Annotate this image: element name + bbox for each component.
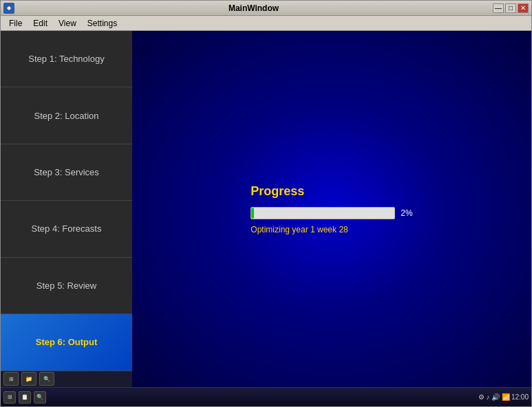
step6-label: Step 6: Output bbox=[36, 337, 98, 347]
sidebar-item-step4[interactable]: Step 4: Forecasts bbox=[1, 201, 132, 257]
taskbar-btn-1[interactable]: ⊞ bbox=[3, 372, 19, 386]
progress-bar-outer bbox=[251, 207, 395, 219]
start-button[interactable]: ⊞ bbox=[3, 391, 16, 404]
taskbar-app2[interactable]: 🔍 bbox=[34, 391, 46, 404]
taskbar-btn-2[interactable]: 📁 bbox=[21, 372, 36, 386]
main-content: Step 1: Technology Step 2: Location Step… bbox=[1, 31, 531, 387]
progress-status: Optimizing year 1 week 28 bbox=[251, 225, 348, 234]
progress-percent: 2% bbox=[401, 208, 412, 218]
title-bar: ◆ MainWindow — □ ✕ bbox=[1, 1, 531, 16]
system-tray: ⚙ ♪ 🔊 📶 bbox=[478, 393, 510, 401]
windows-taskbar: ⊞ 📋 🔍 ⚙ ♪ 🔊 📶 12:00 bbox=[1, 387, 531, 406]
sidebar-item-step6[interactable]: Step 6: Output bbox=[1, 314, 132, 371]
progress-title: Progress bbox=[251, 184, 304, 199]
window-title: MainWindow bbox=[14, 3, 493, 13]
taskbar-btn-3[interactable]: 🔍 bbox=[39, 372, 54, 386]
taskbar-left: ⊞ 📋 🔍 bbox=[3, 391, 46, 404]
sidebar-item-step1[interactable]: Step 1: Technology bbox=[1, 31, 132, 87]
taskbar-app1[interactable]: 📋 bbox=[19, 391, 31, 404]
step4-label: Step 4: Forecasts bbox=[32, 223, 102, 234]
sidebar-item-step5[interactable]: Step 5: Review bbox=[1, 258, 132, 314]
progress-bar-inner bbox=[251, 208, 254, 219]
taskbar-right: ⚙ ♪ 🔊 📶 12:00 bbox=[478, 393, 529, 401]
title-controls: — □ ✕ bbox=[493, 3, 529, 13]
progress-container: Progress 2% Optimizing year 1 week 28 bbox=[251, 184, 412, 234]
menu-view[interactable]: View bbox=[53, 17, 82, 30]
maximize-button[interactable]: □ bbox=[505, 3, 516, 13]
progress-bar-wrapper: 2% bbox=[251, 207, 412, 219]
sidebar-item-step2[interactable]: Step 2: Location bbox=[1, 87, 132, 144]
minimize-button[interactable]: — bbox=[493, 3, 504, 13]
clock: 12:00 bbox=[511, 393, 529, 401]
menu-bar: File Edit View Settings bbox=[1, 16, 531, 31]
right-panel: Progress 2% Optimizing year 1 week 28 bbox=[132, 31, 531, 387]
menu-file[interactable]: File bbox=[3, 17, 28, 30]
step1-label: Step 1: Technology bbox=[28, 54, 104, 64]
step5-label: Step 5: Review bbox=[36, 280, 96, 291]
main-window: ◆ MainWindow — □ ✕ File Edit View Settin… bbox=[0, 0, 532, 407]
menu-edit[interactable]: Edit bbox=[28, 17, 53, 30]
sidebar-taskbar: ⊞ 📁 🔍 bbox=[1, 371, 132, 387]
close-button[interactable]: ✕ bbox=[518, 3, 529, 13]
window-icon: ◆ bbox=[3, 3, 14, 14]
step2-label: Step 2: Location bbox=[34, 111, 99, 121]
sidebar-item-step3[interactable]: Step 3: Services bbox=[1, 144, 132, 201]
sidebar: Step 1: Technology Step 2: Location Step… bbox=[1, 31, 132, 387]
menu-settings[interactable]: Settings bbox=[82, 17, 123, 30]
step3-label: Step 3: Services bbox=[34, 167, 99, 177]
